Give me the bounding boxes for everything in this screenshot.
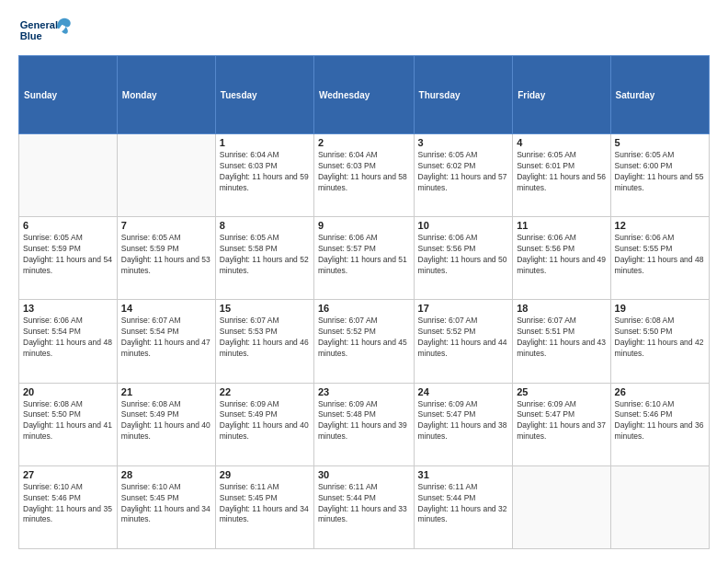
day-number: 11: [517, 220, 606, 231]
day-info: Sunrise: 6:05 AMSunset: 5:59 PMDaylight:…: [23, 233, 113, 277]
calendar-cell: 8Sunrise: 6:05 AMSunset: 5:58 PMDaylight…: [215, 217, 313, 300]
calendar-cell: 3Sunrise: 6:05 AMSunset: 6:02 PMDaylight…: [414, 134, 513, 217]
day-info: Sunrise: 6:05 AMSunset: 6:00 PMDaylight:…: [615, 150, 705, 194]
calendar-cell: 18Sunrise: 6:07 AMSunset: 5:51 PMDayligh…: [513, 300, 610, 383]
calendar-cell: 2Sunrise: 6:04 AMSunset: 6:03 PMDaylight…: [313, 134, 414, 217]
calendar-cell: 1Sunrise: 6:04 AMSunset: 6:03 PMDaylight…: [215, 134, 313, 217]
calendar-cell: 22Sunrise: 6:09 AMSunset: 5:49 PMDayligh…: [215, 383, 313, 465]
day-number: 29: [220, 469, 310, 480]
calendar-cell: 11Sunrise: 6:06 AMSunset: 5:56 PMDayligh…: [513, 217, 610, 300]
calendar-cell: 13Sunrise: 6:06 AMSunset: 5:54 PMDayligh…: [19, 300, 118, 383]
day-info: Sunrise: 6:06 AMSunset: 5:56 PMDaylight:…: [418, 233, 509, 277]
day-number: 18: [517, 303, 606, 314]
header: General Blue: [18, 14, 710, 46]
day-number: 28: [121, 469, 211, 480]
day-info: Sunrise: 6:10 AMSunset: 5:45 PMDaylight:…: [121, 482, 211, 526]
calendar-cell: 29Sunrise: 6:11 AMSunset: 5:45 PMDayligh…: [215, 465, 313, 548]
day-number: 31: [418, 469, 509, 480]
day-info: Sunrise: 6:07 AMSunset: 5:52 PMDaylight:…: [318, 316, 410, 360]
logo-icon: General Blue: [18, 14, 74, 46]
day-number: 25: [517, 386, 606, 397]
day-number: 27: [23, 469, 113, 480]
calendar-week-1: 1Sunrise: 6:04 AMSunset: 6:03 PMDaylight…: [19, 134, 710, 217]
day-number: 19: [615, 303, 705, 314]
day-number: 7: [121, 220, 211, 231]
day-number: 21: [121, 386, 211, 397]
calendar-cell: 31Sunrise: 6:11 AMSunset: 5:44 PMDayligh…: [414, 465, 513, 548]
day-info: Sunrise: 6:05 AMSunset: 6:01 PMDaylight:…: [517, 150, 606, 194]
weekday-header-row: SundayMondayTuesdayWednesdayThursdayFrid…: [19, 56, 710, 134]
weekday-header-sunday: Sunday: [19, 56, 118, 134]
calendar-cell: 4Sunrise: 6:05 AMSunset: 6:01 PMDaylight…: [513, 134, 610, 217]
day-number: 9: [318, 220, 410, 231]
calendar-week-5: 27Sunrise: 6:10 AMSunset: 5:46 PMDayligh…: [19, 465, 710, 548]
day-info: Sunrise: 6:04 AMSunset: 6:03 PMDaylight:…: [318, 150, 410, 194]
day-info: Sunrise: 6:06 AMSunset: 5:56 PMDaylight:…: [517, 233, 606, 277]
day-number: 15: [220, 303, 310, 314]
day-info: Sunrise: 6:08 AMSunset: 5:50 PMDaylight:…: [23, 399, 113, 443]
calendar-cell: 6Sunrise: 6:05 AMSunset: 5:59 PMDaylight…: [19, 217, 118, 300]
day-info: Sunrise: 6:10 AMSunset: 5:46 PMDaylight:…: [615, 399, 705, 443]
calendar-cell: 21Sunrise: 6:08 AMSunset: 5:49 PMDayligh…: [117, 383, 215, 465]
day-info: Sunrise: 6:06 AMSunset: 5:57 PMDaylight:…: [318, 233, 410, 277]
day-info: Sunrise: 6:08 AMSunset: 5:50 PMDaylight:…: [615, 316, 705, 360]
calendar-cell: 5Sunrise: 6:05 AMSunset: 6:00 PMDaylight…: [610, 134, 709, 217]
weekday-header-monday: Monday: [117, 56, 215, 134]
day-number: 26: [615, 386, 705, 397]
weekday-header-thursday: Thursday: [414, 56, 513, 134]
page: General Blue SundayMondayTuesdayWednesda…: [0, 0, 728, 563]
day-info: Sunrise: 6:05 AMSunset: 6:02 PMDaylight:…: [418, 150, 509, 194]
weekday-header-wednesday: Wednesday: [313, 56, 414, 134]
day-number: 4: [517, 137, 606, 148]
calendar-cell: 24Sunrise: 6:09 AMSunset: 5:47 PMDayligh…: [414, 383, 513, 465]
calendar-cell: 17Sunrise: 6:07 AMSunset: 5:52 PMDayligh…: [414, 300, 513, 383]
day-number: 20: [23, 386, 113, 397]
day-info: Sunrise: 6:07 AMSunset: 5:51 PMDaylight:…: [517, 316, 606, 360]
calendar-cell: 14Sunrise: 6:07 AMSunset: 5:54 PMDayligh…: [117, 300, 215, 383]
calendar-cell: [117, 134, 215, 217]
svg-text:General: General: [20, 19, 58, 30]
day-number: 22: [220, 386, 310, 397]
day-info: Sunrise: 6:05 AMSunset: 5:58 PMDaylight:…: [220, 233, 310, 277]
weekday-header-friday: Friday: [513, 56, 610, 134]
calendar-cell: 16Sunrise: 6:07 AMSunset: 5:52 PMDayligh…: [313, 300, 414, 383]
calendar-week-4: 20Sunrise: 6:08 AMSunset: 5:50 PMDayligh…: [19, 383, 710, 465]
day-info: Sunrise: 6:11 AMSunset: 5:44 PMDaylight:…: [318, 482, 410, 526]
day-info: Sunrise: 6:04 AMSunset: 6:03 PMDaylight:…: [220, 150, 310, 194]
day-info: Sunrise: 6:05 AMSunset: 5:59 PMDaylight:…: [121, 233, 211, 277]
day-info: Sunrise: 6:09 AMSunset: 5:47 PMDaylight:…: [517, 399, 606, 443]
calendar-cell: 12Sunrise: 6:06 AMSunset: 5:55 PMDayligh…: [610, 217, 709, 300]
calendar-week-3: 13Sunrise: 6:06 AMSunset: 5:54 PMDayligh…: [19, 300, 710, 383]
calendar-cell: 19Sunrise: 6:08 AMSunset: 5:50 PMDayligh…: [610, 300, 709, 383]
calendar-cell: 25Sunrise: 6:09 AMSunset: 5:47 PMDayligh…: [513, 383, 610, 465]
calendar-cell: 7Sunrise: 6:05 AMSunset: 5:59 PMDaylight…: [117, 217, 215, 300]
calendar-cell: 9Sunrise: 6:06 AMSunset: 5:57 PMDaylight…: [313, 217, 414, 300]
calendar-cell: 20Sunrise: 6:08 AMSunset: 5:50 PMDayligh…: [19, 383, 118, 465]
day-info: Sunrise: 6:07 AMSunset: 5:53 PMDaylight:…: [220, 316, 310, 360]
day-number: 16: [318, 303, 410, 314]
calendar-table: SundayMondayTuesdayWednesdayThursdayFrid…: [18, 55, 710, 549]
day-number: 6: [23, 220, 113, 231]
calendar-cell: 28Sunrise: 6:10 AMSunset: 5:45 PMDayligh…: [117, 465, 215, 548]
day-number: 10: [418, 220, 509, 231]
day-number: 8: [220, 220, 310, 231]
day-number: 3: [418, 137, 509, 148]
day-number: 17: [418, 303, 509, 314]
day-number: 2: [318, 137, 410, 148]
day-info: Sunrise: 6:06 AMSunset: 5:55 PMDaylight:…: [615, 233, 705, 277]
calendar-cell: 23Sunrise: 6:09 AMSunset: 5:48 PMDayligh…: [313, 383, 414, 465]
calendar-week-2: 6Sunrise: 6:05 AMSunset: 5:59 PMDaylight…: [19, 217, 710, 300]
day-number: 12: [615, 220, 705, 231]
day-info: Sunrise: 6:09 AMSunset: 5:49 PMDaylight:…: [220, 399, 310, 443]
day-number: 23: [318, 386, 410, 397]
day-info: Sunrise: 6:09 AMSunset: 5:48 PMDaylight:…: [318, 399, 410, 443]
day-info: Sunrise: 6:11 AMSunset: 5:45 PMDaylight:…: [220, 482, 310, 526]
calendar-cell: 26Sunrise: 6:10 AMSunset: 5:46 PMDayligh…: [610, 383, 709, 465]
day-info: Sunrise: 6:06 AMSunset: 5:54 PMDaylight:…: [23, 316, 113, 360]
svg-text:Blue: Blue: [20, 30, 42, 41]
day-info: Sunrise: 6:11 AMSunset: 5:44 PMDaylight:…: [418, 482, 509, 526]
day-number: 1: [220, 137, 310, 148]
calendar-cell: [610, 465, 709, 548]
weekday-header-saturday: Saturday: [610, 56, 709, 134]
calendar-cell: 30Sunrise: 6:11 AMSunset: 5:44 PMDayligh…: [313, 465, 414, 548]
